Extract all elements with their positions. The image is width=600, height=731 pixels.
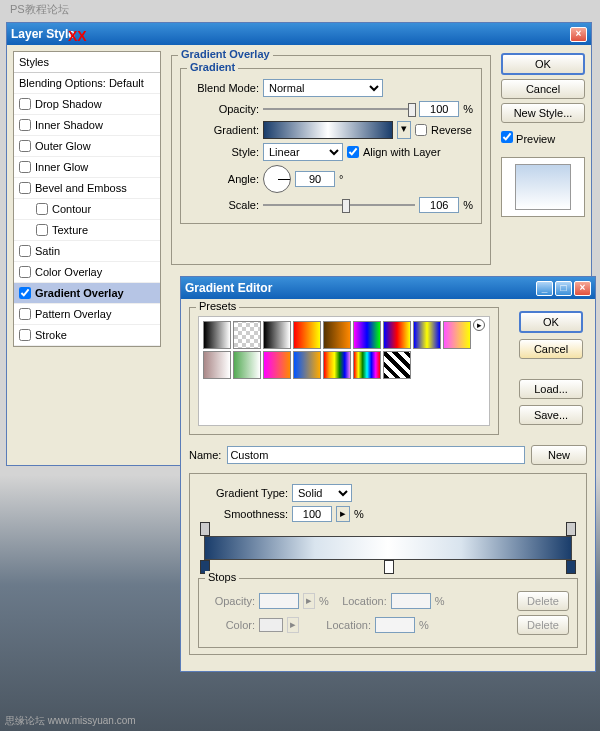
angle-input[interactable]	[295, 171, 335, 187]
panel-title: Gradient Overlay	[178, 48, 273, 60]
preset-swatch[interactable]	[443, 321, 471, 349]
style-item[interactable]: Bevel and Emboss	[14, 178, 160, 199]
style-item[interactable]: Texture	[14, 220, 160, 241]
preset-swatch[interactable]	[383, 351, 411, 379]
scale-label: Scale:	[189, 199, 259, 211]
align-checkbox[interactable]	[347, 146, 359, 158]
style-checkbox[interactable]	[19, 98, 31, 110]
gradient-bar[interactable]	[204, 536, 572, 560]
new-style-button[interactable]: New Style...	[501, 103, 585, 123]
gradient-editor-dialog: Gradient Editor _ □ × Presets ▸ OK Cance…	[180, 276, 596, 672]
save-button[interactable]: Save...	[519, 405, 583, 425]
style-item[interactable]: Gradient Overlay	[14, 283, 160, 304]
gradient-dropdown[interactable]: ▾	[397, 121, 411, 139]
minimize-button[interactable]: _	[536, 281, 553, 296]
style-checkbox[interactable]	[19, 266, 31, 278]
ge-cancel-button[interactable]: Cancel	[519, 339, 583, 359]
name-input[interactable]	[227, 446, 525, 464]
gradient-swatch[interactable]	[263, 121, 393, 139]
style-item[interactable]: Outer Glow	[14, 136, 160, 157]
preset-swatch[interactable]	[203, 351, 231, 379]
new-button[interactable]: New	[531, 445, 587, 465]
presets-title: Presets	[196, 300, 239, 312]
angle-label: Angle:	[189, 173, 259, 185]
stop-opacity-location	[391, 593, 431, 609]
style-checkbox[interactable]	[19, 329, 31, 341]
delete-opacity-stop: Delete	[517, 591, 569, 611]
preview-checkbox[interactable]	[501, 131, 513, 143]
style-item[interactable]: Contour	[14, 199, 160, 220]
load-button[interactable]: Load...	[519, 379, 583, 399]
presets-menu-icon[interactable]: ▸	[473, 319, 485, 331]
style-item[interactable]: Drop Shadow	[14, 94, 160, 115]
style-item[interactable]: Stroke	[14, 325, 160, 346]
style-select[interactable]: Linear	[263, 143, 343, 161]
reverse-checkbox[interactable]	[415, 124, 427, 136]
preset-swatch[interactable]	[293, 351, 321, 379]
ge-close-button[interactable]: ×	[574, 281, 591, 296]
type-label: Gradient Type:	[198, 487, 288, 499]
style-item[interactable]: Satin	[14, 241, 160, 262]
style-checkbox[interactable]	[19, 287, 31, 299]
scale-input[interactable]	[419, 197, 459, 213]
maximize-button[interactable]: □	[555, 281, 572, 296]
style-checkbox[interactable]	[19, 182, 31, 194]
style-item[interactable]: Color Overlay	[14, 262, 160, 283]
opacity-stop-left[interactable]	[200, 522, 210, 536]
preset-swatch[interactable]	[233, 321, 261, 349]
style-checkbox[interactable]	[36, 203, 48, 215]
preset-swatch[interactable]	[263, 321, 291, 349]
preset-swatch[interactable]	[203, 321, 231, 349]
styles-header[interactable]: Styles	[14, 52, 160, 73]
opacity-input[interactable]	[419, 101, 459, 117]
style-checkbox[interactable]	[19, 140, 31, 152]
close-button[interactable]: ×	[570, 27, 587, 42]
smooth-dropdown[interactable]: ▸	[336, 506, 350, 522]
preset-swatch[interactable]	[233, 351, 261, 379]
stop-opacity-input	[259, 593, 299, 609]
opacity-stop-right[interactable]	[566, 522, 576, 536]
preset-swatch[interactable]	[323, 351, 351, 379]
ge-titlebar: Gradient Editor _ □ ×	[181, 277, 595, 299]
preset-swatch[interactable]	[383, 321, 411, 349]
cancel-button[interactable]: Cancel	[501, 79, 585, 99]
color-stop-2[interactable]	[384, 560, 394, 574]
type-select[interactable]: Solid	[292, 484, 352, 502]
style-item[interactable]: Inner Shadow	[14, 115, 160, 136]
opacity-label: Opacity:	[189, 103, 259, 115]
preset-swatch[interactable]	[353, 321, 381, 349]
style-checkbox[interactable]	[19, 119, 31, 131]
dialog-title: Layer Style	[11, 27, 568, 41]
blend-mode-select[interactable]: Normal	[263, 79, 383, 97]
watermark: PS教程论坛	[10, 2, 69, 17]
preset-swatch[interactable]	[353, 351, 381, 379]
opacity-slider[interactable]	[263, 101, 415, 117]
color-stop-3[interactable]	[566, 560, 576, 574]
style-checkbox[interactable]	[36, 224, 48, 236]
preset-swatch[interactable]	[263, 351, 291, 379]
scale-slider[interactable]	[263, 197, 415, 213]
style-checkbox[interactable]	[19, 245, 31, 257]
ge-ok-button[interactable]: OK	[519, 311, 583, 333]
ok-button[interactable]: OK	[501, 53, 585, 75]
blending-options[interactable]: Blending Options: Default	[14, 73, 160, 94]
style-checkbox[interactable]	[19, 308, 31, 320]
smooth-label: Smoothness:	[198, 508, 288, 520]
preset-swatch[interactable]	[293, 321, 321, 349]
style-item[interactable]: Pattern Overlay	[14, 304, 160, 325]
preset-swatch[interactable]	[323, 321, 351, 349]
titlebar: Layer Style ×	[7, 23, 591, 45]
style-item[interactable]: Inner Glow	[14, 157, 160, 178]
style-checkbox[interactable]	[19, 161, 31, 173]
stops-title: Stops	[205, 571, 239, 583]
preview-swatch	[515, 164, 571, 210]
gradient-title: Gradient	[187, 61, 238, 73]
preset-swatch[interactable]	[413, 321, 441, 349]
ge-title: Gradient Editor	[185, 281, 534, 295]
name-label: Name:	[189, 449, 221, 461]
angle-dial[interactable]	[263, 165, 291, 193]
preview-box	[501, 157, 585, 217]
footer: 思缘论坛 www.missyuan.com	[5, 714, 136, 728]
gradient-label: Gradient:	[189, 124, 259, 136]
smooth-input[interactable]	[292, 506, 332, 522]
